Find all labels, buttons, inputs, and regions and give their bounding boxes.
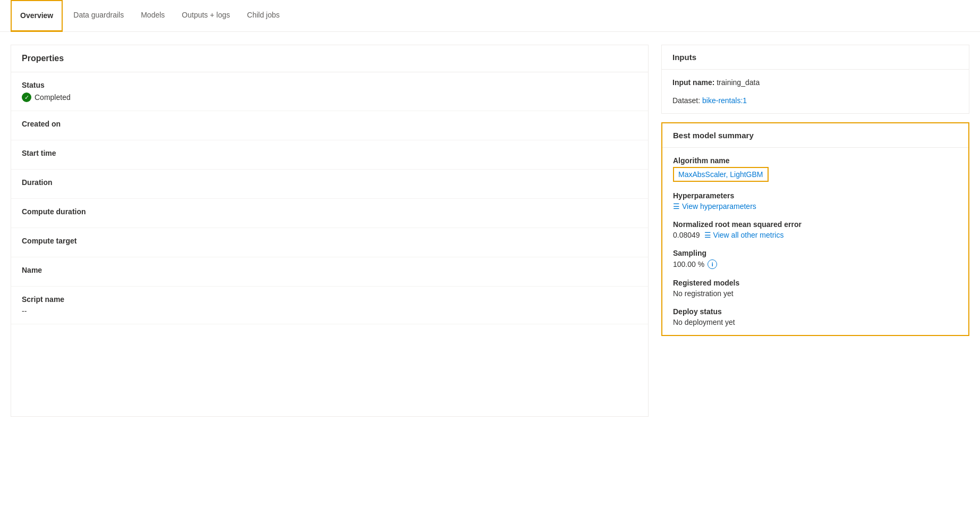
registered-models-label: Registered models: [673, 279, 958, 287]
dataset-row: Dataset: bike-rentals:1: [672, 96, 958, 105]
registered-models-row: Registered models No registration yet: [673, 279, 958, 298]
tab-child-jobs-label: Child jobs: [247, 11, 279, 19]
script-name-value: --: [22, 307, 637, 315]
status-row: Status ✓ Completed: [11, 72, 648, 111]
created-on-row: Created on: [11, 111, 648, 140]
deploy-status-row: Deploy status No deployment yet: [673, 307, 958, 326]
hyperparameters-row: Hyperparameters ☰ View hyperparameters: [673, 191, 958, 211]
main-content: Properties Status ✓ Completed Created on…: [0, 32, 980, 430]
input-name-value: training_data: [717, 78, 760, 87]
status-label: Status: [22, 81, 637, 89]
inputs-header: Inputs: [662, 45, 969, 70]
tab-outputs-logs-label: Outputs + logs: [182, 11, 230, 19]
nrmse-value: 0.08049: [673, 231, 700, 239]
deploy-status-label: Deploy status: [673, 307, 958, 316]
algorithm-value[interactable]: MaxAbsScaler, LightGBM: [673, 167, 769, 182]
compute-duration-row: Compute duration: [11, 199, 648, 228]
tab-overview[interactable]: Overview: [11, 0, 63, 32]
tab-outputs-logs[interactable]: Outputs + logs: [173, 0, 238, 32]
duration-label: Duration: [22, 178, 637, 187]
name-label: Name: [22, 266, 637, 274]
algorithm-label: Algorithm name: [673, 156, 958, 165]
properties-header: Properties: [11, 45, 648, 72]
nav-tabs: Overview Data guardrails Models Outputs …: [0, 0, 980, 32]
sampling-label: Sampling: [673, 249, 958, 257]
input-name-prefix: Input name:: [672, 78, 717, 87]
list-icon: ☰: [673, 202, 680, 211]
info-circle-icon[interactable]: i: [708, 259, 717, 269]
input-name-row: Input name: training_data: [672, 78, 958, 87]
status-value: ✓ Completed: [22, 93, 637, 102]
best-model-content: Algorithm name MaxAbsScaler, LightGBM Hy…: [662, 148, 968, 335]
tab-data-guardrails[interactable]: Data guardrails: [65, 0, 132, 32]
dataset-prefix: Dataset:: [672, 96, 702, 105]
metrics-list-icon: ☰: [704, 231, 711, 239]
script-name-row: Script name --: [11, 287, 648, 324]
inputs-panel: Inputs Input name: training_data Dataset…: [661, 45, 969, 114]
view-all-metrics-link[interactable]: ☰ View all other metrics: [704, 231, 784, 239]
tab-child-jobs[interactable]: Child jobs: [238, 0, 288, 32]
best-model-panel: Best model summary Algorithm name MaxAbs…: [661, 122, 969, 336]
duration-row: Duration: [11, 170, 648, 199]
check-icon: ✓: [22, 93, 31, 102]
right-panels: Inputs Input name: training_data Dataset…: [661, 45, 969, 336]
nrmse-metric-row: 0.08049 ☰ View all other metrics: [673, 231, 958, 239]
compute-duration-label: Compute duration: [22, 207, 637, 216]
registered-models-value: No registration yet: [673, 289, 958, 298]
properties-panel: Properties Status ✓ Completed Created on…: [11, 45, 649, 417]
sampling-value-row: 100.00 % i: [673, 259, 958, 269]
compute-target-label: Compute target: [22, 237, 637, 245]
created-on-label: Created on: [22, 120, 637, 128]
start-time-row: Start time: [11, 140, 648, 170]
hyperparameters-label: Hyperparameters: [673, 191, 958, 200]
tab-models-label: Models: [141, 11, 165, 19]
algorithm-row: Algorithm name MaxAbsScaler, LightGBM: [673, 156, 958, 182]
inputs-content: Input name: training_data Dataset: bike-…: [662, 70, 969, 113]
tab-overview-label: Overview: [20, 11, 53, 20]
nrmse-label: Normalized root mean squared error: [673, 220, 958, 229]
script-name-label: Script name: [22, 295, 637, 304]
name-row: Name: [11, 257, 648, 287]
nrmse-row: Normalized root mean squared error 0.080…: [673, 220, 958, 239]
view-hyperparameters[interactable]: ☰ View hyperparameters: [673, 202, 958, 211]
start-time-label: Start time: [22, 149, 637, 157]
view-hyperparameters-link[interactable]: ☰ View hyperparameters: [673, 202, 756, 211]
sampling-row: Sampling 100.00 % i: [673, 249, 958, 269]
deploy-status-value: No deployment yet: [673, 318, 958, 326]
best-model-header: Best model summary: [662, 123, 968, 148]
tab-models[interactable]: Models: [132, 0, 173, 32]
dataset-link[interactable]: bike-rentals:1: [702, 96, 747, 105]
sampling-value: 100.00 %: [673, 260, 704, 268]
tab-data-guardrails-label: Data guardrails: [73, 11, 124, 19]
compute-target-row: Compute target: [11, 228, 648, 257]
